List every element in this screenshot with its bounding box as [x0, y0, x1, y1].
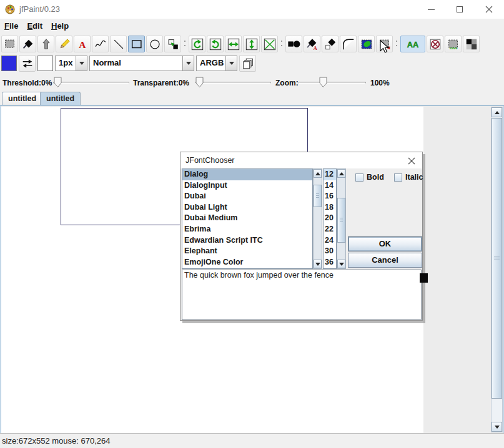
font-list-item[interactable]: Edwardian Script ITC — [182, 235, 312, 246]
background-color-swatch[interactable] — [37, 56, 53, 71]
swap-arrows-icon — [21, 57, 34, 71]
menu-file[interactable]: File — [0, 19, 22, 31]
transparent-slider-thumb[interactable] — [195, 77, 204, 88]
tool-move-button[interactable] — [37, 36, 54, 52]
tab-untitled-2-active[interactable]: untitled — [40, 92, 81, 105]
swap-colors-button[interactable] — [19, 55, 36, 72]
font-list-item[interactable]: DialogInput — [182, 180, 312, 192]
scroll-up-button[interactable] — [314, 169, 322, 178]
threshold-slider-thumb[interactable] — [54, 77, 62, 88]
scroll-down-button[interactable] — [337, 260, 345, 268]
tool-fill-button[interactable] — [19, 36, 36, 52]
zoom-slider-thumb[interactable] — [319, 77, 327, 88]
text-icon: A — [76, 37, 89, 51]
canvas-vertical-scrollbar[interactable] — [491, 107, 503, 432]
menu-help[interactable]: Help — [47, 19, 73, 31]
copy-layers-button[interactable] — [239, 55, 256, 72]
italic-checkbox[interactable] — [394, 173, 402, 182]
tool-flip-horizontal-button[interactable] — [225, 36, 242, 52]
zoom-value: 100% — [370, 79, 390, 87]
bold-checkbox[interactable] — [355, 173, 363, 182]
ok-button[interactable]: OK — [348, 236, 422, 251]
font-list-scrollbar[interactable] — [313, 168, 322, 269]
size-list-item[interactable]: 14 — [324, 180, 336, 192]
size-list-item-selected[interactable]: 12 — [324, 169, 336, 180]
scroll-up-button[interactable] — [492, 107, 502, 117]
maximize-button[interactable] — [445, 0, 474, 19]
fill-text-icon: A — [305, 37, 319, 51]
svg-text:AA: AA — [407, 39, 419, 49]
scroll-up-button[interactable] — [337, 169, 345, 178]
tool-delete-button[interactable] — [427, 36, 443, 52]
tool-alpha-pattern-button[interactable] — [463, 36, 480, 52]
tool-rectangle-button[interactable] — [128, 36, 145, 52]
tool-rotate-right-button[interactable] — [207, 36, 224, 52]
minimize-button[interactable] — [417, 0, 445, 19]
font-list-item[interactable]: Ebrima — [182, 224, 312, 235]
font-list[interactable]: DialogDialogInputDubaiDubai LightDubai M… — [182, 168, 313, 269]
scrollbar-thumb[interactable] — [492, 118, 502, 399]
arrow-down-icon — [315, 263, 320, 268]
tool-clear-selection-button[interactable] — [261, 36, 278, 52]
zoom-slider[interactable] — [299, 82, 366, 84]
font-list-item[interactable]: Elephant — [182, 246, 312, 257]
tool-gradient-button[interactable] — [358, 36, 375, 52]
canvas-area: JFontChooser DialogDialogInputDubaiDubai… — [0, 106, 504, 433]
chevron-down-icon[interactable] — [226, 56, 237, 71]
tool-rounded-rectangle-button[interactable] — [340, 36, 357, 52]
move-icon — [39, 37, 53, 51]
tool-select-button[interactable] — [1, 36, 18, 52]
font-list-item[interactable]: Dubai Medium — [182, 213, 312, 224]
close-button[interactable] — [474, 0, 504, 19]
size-list-item[interactable]: 20 — [324, 213, 336, 224]
tool-rotate-left-button[interactable] — [189, 36, 205, 52]
tool-save-selection-button[interactable]: save — [445, 36, 462, 52]
font-list-item-selected[interactable]: Dialog — [182, 169, 312, 180]
tool-font-button[interactable]: AA — [400, 36, 425, 52]
tool-fill-shape-button[interactable] — [322, 36, 338, 52]
tool-pencil-button[interactable] — [56, 36, 72, 52]
preview-textarea[interactable]: The quick brown fox jumped over the fenc… — [182, 270, 422, 320]
tool-ellipse-button[interactable] — [146, 36, 163, 52]
transparent-slider[interactable] — [195, 82, 271, 84]
window-titlebar[interactable]: jfPaint/0.23 — [0, 0, 504, 19]
chevron-down-icon[interactable] — [183, 56, 194, 71]
dialog-titlebar[interactable]: JFontChooser — [180, 152, 422, 168]
size-list-item[interactable]: 16 — [324, 191, 336, 202]
tool-flip-vertical-button[interactable] — [243, 36, 260, 52]
rotate-left-icon — [190, 37, 204, 51]
size-list-item[interactable]: 36 — [324, 257, 336, 268]
font-size-list[interactable]: 121416182022243036 — [323, 168, 337, 269]
blend-mode-combobox[interactable]: Normal — [89, 56, 194, 71]
size-list-scrollbar[interactable] — [337, 168, 346, 269]
scrollbar-thumb[interactable] — [337, 198, 345, 243]
threshold-slider[interactable] — [53, 82, 129, 84]
canvas-resize-handle[interactable] — [420, 273, 428, 283]
tab-untitled-1[interactable]: untitled — [2, 92, 42, 105]
chevron-down-icon[interactable] — [76, 56, 87, 71]
size-list-item[interactable]: 22 — [324, 224, 336, 235]
font-list-item[interactable]: EmojiOne Color — [182, 257, 312, 268]
size-list-item[interactable]: 30 — [324, 246, 336, 257]
scroll-down-button[interactable] — [314, 260, 322, 268]
tool-line-button[interactable] — [110, 36, 127, 52]
scroll-down-button[interactable] — [492, 422, 502, 432]
scrollbar-thumb[interactable] — [314, 185, 322, 207]
menu-edit[interactable]: Edit — [22, 19, 47, 31]
tool-curve-button[interactable] — [92, 36, 109, 52]
tool-text-button[interactable]: A — [74, 36, 91, 52]
font-list-item[interactable]: Dubai — [182, 191, 312, 202]
tool-paste-selection-button[interactable] — [376, 36, 393, 52]
stroke-width-combobox[interactable]: 1px — [55, 56, 87, 71]
font-list-item[interactable]: Dubai Light — [182, 202, 312, 213]
tool-fill-text-button[interactable]: A — [304, 36, 320, 52]
foreground-color-swatch[interactable] — [1, 56, 17, 71]
app-palette-icon — [5, 4, 15, 14]
dialog-close-button[interactable] — [406, 155, 417, 167]
size-list-item[interactable]: 18 — [324, 202, 336, 213]
cancel-button[interactable]: Cancel — [348, 253, 422, 268]
color-model-combobox[interactable]: ARGB — [196, 56, 237, 71]
tool-filled-shapes-button[interactable] — [285, 36, 302, 52]
size-list-item[interactable]: 24 — [324, 235, 336, 246]
tool-copy-shape-button[interactable] — [164, 36, 181, 52]
